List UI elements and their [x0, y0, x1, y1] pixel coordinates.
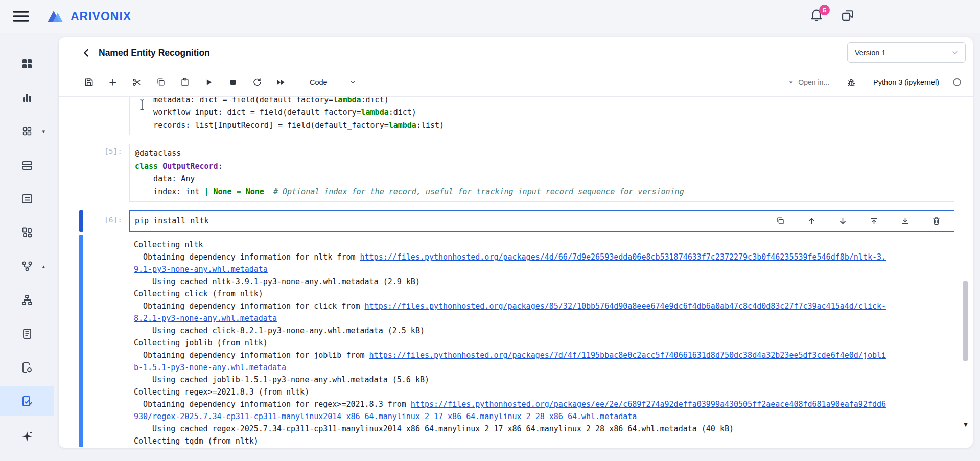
run-cell-button[interactable] — [200, 74, 218, 91]
top-bar: ARIVONIX 5 — [0, 0, 980, 33]
cell-indicator — [79, 144, 83, 202]
list-icon — [21, 193, 33, 205]
chevron-down-icon — [349, 78, 357, 86]
cell-output: Collecting nltk Obtaining dependency inf… — [59, 235, 973, 447]
cards-icon — [21, 159, 33, 171]
save-button[interactable] — [80, 74, 98, 91]
code-cell-partial: metadata: dict = field(default_factory=l… — [59, 97, 973, 135]
copy-cell-button[interactable] — [152, 74, 170, 91]
back-button[interactable] — [79, 45, 94, 60]
chevron-down-icon — [951, 49, 959, 57]
cell-type-select[interactable]: Code — [310, 78, 357, 86]
code-editor[interactable]: @dataclassclass OutputRecord: data: Any … — [129, 144, 954, 202]
cell-type-label: Code — [310, 78, 328, 86]
scrollbar-thumb[interactable] — [963, 281, 968, 361]
dashboard-icon — [21, 58, 33, 70]
cell-indicator — [79, 97, 83, 135]
notifications-button[interactable]: 5 — [809, 7, 827, 25]
logo-mark-icon — [46, 9, 65, 24]
document-edit-icon — [21, 395, 33, 407]
duplicate-cell-button[interactable] — [775, 215, 786, 226]
notebook-panel: Named Entity Recognition Version 1 — [59, 37, 973, 448]
restart-kernel-button[interactable] — [248, 74, 266, 91]
paste-cell-button[interactable] — [176, 74, 194, 91]
delete-cell-button[interactable] — [930, 215, 942, 226]
code-editor[interactable]: metadata: dict = field(default_factory=l… — [129, 97, 954, 135]
hierarchy-icon — [21, 294, 33, 306]
output-activity-indicator — [79, 235, 83, 447]
notebook-header: Named Entity Recognition Version 1 — [59, 37, 973, 68]
notebook-toolbar: Code Open in... Python 3 (ipykernel) — [59, 68, 973, 97]
code-editor-selected[interactable]: pip install nltk — [129, 210, 954, 232]
modules-icon — [21, 226, 33, 239]
execution-count: [5]: — [83, 144, 129, 155]
cell-toolbar — [775, 215, 949, 226]
sidebar: ▾ ▴ — [0, 33, 54, 461]
sidebar-item-pipelines[interactable] — [0, 283, 54, 317]
selected-cell-indicator — [79, 210, 83, 232]
sidebar-item-cards[interactable] — [0, 148, 54, 182]
kernel-status-icon[interactable] — [952, 78, 962, 87]
logo-text: ARIVONIX — [71, 10, 131, 24]
document-gear-icon — [21, 361, 33, 374]
sidebar-item-notes[interactable] — [0, 317, 54, 351]
move-cell-down-button[interactable] — [837, 215, 848, 226]
notebook-scrollbar[interactable] — [962, 98, 969, 426]
notebook-area: metadata: dict = field(default_factory=l… — [59, 97, 973, 447]
code-cell-5: [5]: @dataclassclass OutputRecord: data:… — [59, 144, 973, 202]
sparkle-icon — [21, 430, 33, 443]
sidebar-item-dashboard[interactable] — [0, 47, 54, 81]
menu-icon[interactable] — [12, 10, 30, 23]
toolbar-right-group: Open in... Python 3 (ipykernel) — [788, 74, 962, 91]
version-label: Version 1 — [855, 49, 885, 57]
version-select[interactable]: Version 1 — [847, 42, 966, 63]
scroll-down-arrow[interactable]: ▼ — [962, 420, 970, 428]
sidebar-item-analytics[interactable] — [0, 81, 54, 114]
debugger-button[interactable] — [843, 74, 860, 91]
sidebar-item-assistant[interactable] — [0, 422, 54, 451]
window-switch-icon[interactable] — [841, 8, 856, 24]
cut-cell-button[interactable] — [128, 74, 146, 91]
apps-grid-icon — [21, 126, 33, 137]
code-cell-6: [6]: pip install nltk — [59, 210, 973, 232]
branch-icon — [21, 260, 33, 272]
open-in-dropdown[interactable]: Open in... — [788, 78, 829, 86]
document-icon — [21, 328, 33, 340]
insert-cell-below-button[interactable] — [899, 215, 911, 226]
app-logo: ARIVONIX — [46, 9, 131, 24]
open-in-label: Open in... — [798, 78, 829, 86]
page-title: Named Entity Recognition — [99, 48, 210, 58]
kernel-name: Python 3 (ipykernel) — [873, 78, 939, 86]
sidebar-item-records[interactable] — [0, 182, 54, 216]
output-text: Collecting nltk Obtaining dependency inf… — [134, 235, 886, 447]
sidebar-item-annotation-active[interactable] — [0, 386, 54, 416]
sidebar-item-automation[interactable] — [0, 351, 54, 384]
insert-cell-above-button[interactable] — [868, 215, 879, 226]
bar-chart-icon — [21, 91, 33, 104]
execution-count: [6]: — [83, 210, 129, 224]
caret-down-icon — [788, 79, 794, 85]
sidebar-item-apps[interactable]: ▾ — [0, 114, 54, 148]
stop-kernel-button[interactable] — [224, 74, 242, 91]
chevron-up-icon: ▴ — [42, 263, 45, 270]
move-cell-up-button[interactable] — [806, 215, 817, 226]
chevron-down-icon: ▾ — [42, 128, 45, 135]
sidebar-item-workflows[interactable]: ▴ — [0, 249, 54, 283]
run-all-button[interactable] — [272, 74, 290, 91]
sidebar-item-modules[interactable] — [0, 216, 54, 249]
notification-badge: 5 — [819, 5, 830, 15]
add-cell-button[interactable] — [104, 74, 122, 91]
